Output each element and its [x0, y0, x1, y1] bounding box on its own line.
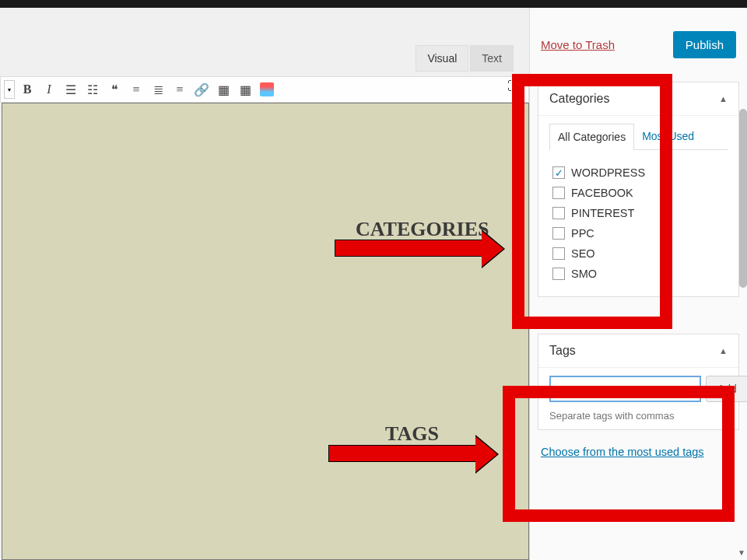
main-container: Visual Text ▾ B I ☰ ☷ ❝ ≡ ≣ ≡ 🔗 ▦ ▦ ⛶ CA… [0, 8, 747, 560]
editor-area: Visual Text ▾ B I ☰ ☷ ❝ ≡ ≣ ≡ 🔗 ▦ ▦ ⛶ CA… [0, 8, 529, 560]
align-right-icon[interactable]: ≡ [170, 80, 189, 99]
align-center-icon[interactable]: ≣ [149, 80, 167, 99]
checkbox[interactable]: ✓ [552, 166, 565, 179]
add-tag-button[interactable]: Add [706, 376, 747, 402]
arrow-tags-icon [328, 445, 476, 462]
list-item: PINTEREST [552, 203, 724, 223]
paragraph-dropdown-icon[interactable]: ▾ [4, 80, 15, 99]
list-item: PPC [552, 223, 724, 243]
editor-tab-switcher: Visual Text [416, 45, 514, 72]
list-item: FACEBOOK [552, 183, 724, 203]
checkbox[interactable] [552, 207, 565, 219]
link-icon[interactable]: 🔗 [192, 80, 211, 99]
move-to-trash-link[interactable]: Move to Trash [541, 38, 615, 51]
checkbox[interactable] [552, 187, 565, 199]
category-tabs: All Categories Most Used [549, 124, 728, 150]
add-new-category-link[interactable]: + Add New Category [541, 314, 648, 327]
checkbox[interactable] [552, 227, 565, 240]
list-item: SMO [552, 264, 724, 284]
checkbox[interactable] [552, 247, 565, 260]
category-label: SMO [571, 268, 597, 280]
category-label: PINTEREST [571, 207, 634, 219]
category-label: FACEBOOK [571, 187, 633, 199]
bold-icon[interactable]: B [18, 80, 37, 99]
editor-canvas[interactable] [2, 103, 529, 560]
arrow-categories-icon [335, 240, 482, 257]
insert-more-icon[interactable]: ▦ [214, 80, 233, 99]
categories-panel: Categories ▲ All Categories Most Used ✓ … [538, 82, 739, 297]
tags-input[interactable] [549, 376, 701, 402]
list-item: ✓ WORDPRESS [552, 163, 724, 183]
tab-text[interactable]: Text [470, 45, 514, 72]
tab-visual[interactable]: Visual [416, 45, 468, 72]
category-label: PPC [571, 227, 594, 240]
category-label: WORDPRESS [571, 166, 645, 179]
admin-bar [0, 0, 747, 8]
category-label: SEO [571, 247, 595, 260]
tags-panel: Tags ▲ Add Separate tags with commas [538, 334, 739, 430]
fullscreen-icon[interactable]: ⛶ [507, 79, 521, 93]
table-icon[interactable]: ▦ [236, 80, 254, 99]
callout-tags: TAGS [385, 422, 439, 446]
collapse-icon[interactable]: ▲ [719, 346, 728, 355]
italic-icon[interactable]: I [40, 80, 58, 99]
numbered-list-icon[interactable]: ☷ [83, 80, 102, 99]
scroll-down-icon[interactable]: ▼ [738, 548, 745, 557]
color-swatch-icon[interactable] [258, 80, 276, 99]
scrollbar-thumb[interactable] [739, 109, 747, 288]
align-left-icon[interactable]: ≡ [127, 80, 146, 99]
sidebar: Move to Trash Publish Categories ▲ All C… [529, 8, 747, 560]
tab-most-used[interactable]: Most Used [634, 124, 702, 149]
tab-all-categories[interactable]: All Categories [549, 124, 634, 150]
checkbox[interactable] [552, 268, 565, 280]
editor-toolbar: ▾ B I ☰ ☷ ❝ ≡ ≣ ≡ 🔗 ▦ ▦ [0, 76, 529, 103]
most-used-tags-link[interactable]: Choose from the most used tags [541, 446, 704, 458]
categories-panel-title: Categories [549, 92, 609, 106]
bullet-list-icon[interactable]: ☰ [61, 80, 80, 99]
callout-categories: CATEGORIES [356, 218, 489, 241]
collapse-icon[interactable]: ▲ [719, 94, 728, 103]
list-item: SEO [552, 243, 724, 264]
publish-button[interactable]: Publish [673, 31, 736, 58]
category-list: ✓ WORDPRESS FACEBOOK PINTEREST PPC [549, 158, 728, 289]
tags-hint: Separate tags with commas [549, 410, 728, 422]
blockquote-icon[interactable]: ❝ [105, 80, 124, 99]
tags-panel-title: Tags [549, 344, 576, 358]
publish-actions-row: Move to Trash Publish [538, 31, 739, 58]
